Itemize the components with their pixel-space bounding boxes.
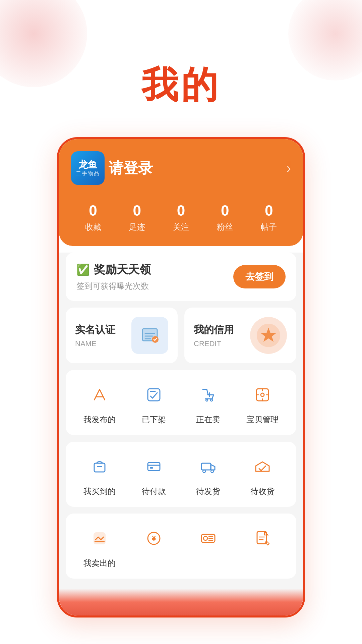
real-name-subtitle: NAME [75, 339, 115, 348]
coupons-icon [193, 524, 223, 553]
on-sale-icon [193, 380, 223, 410]
page-title-area: 我的 [0, 0, 362, 137]
sold-func-grid: 我卖出的 ¥ [72, 524, 290, 569]
pending-receive-icon [248, 452, 277, 481]
stat-footprint[interactable]: 0 足迹 [129, 202, 145, 232]
reward-calendar-icon: ✅ [76, 263, 90, 276]
item-manage-icon [248, 380, 277, 410]
my-credit-title: 我的信用 [194, 323, 234, 337]
sell-functions-card: 我发布的 已下架 [66, 370, 296, 435]
svg-point-21 [203, 470, 205, 473]
real-name-card[interactable]: 实名认证 NAME [66, 308, 178, 363]
my-published-icon [85, 380, 114, 410]
svg-point-11 [206, 399, 208, 401]
func-item-manage[interactable]: 宝贝管理 [235, 380, 290, 425]
sell-func-grid: 我发布的 已下架 [72, 380, 290, 425]
login-prompt[interactable]: 请登录 [109, 158, 153, 178]
reward-title-row: ✅ 奖励天天领 [76, 262, 151, 277]
my-credit-info: 我的信用 CREDIT [194, 323, 234, 348]
reward-card: ✅ 奖励天天领 签到可获得曝光次数 去签到 [66, 253, 296, 301]
real-name-title: 实名认证 [75, 323, 115, 337]
stat-posts-label: 帖子 [261, 222, 277, 232]
app-content: ✅ 奖励天天领 签到可获得曝光次数 去签到 实名认证 NAME [59, 253, 303, 589]
logo-name: 龙鱼 [78, 160, 97, 169]
checkin-button[interactable]: 去签到 [233, 265, 286, 288]
func-coupons[interactable] [181, 524, 235, 569]
stat-fans-label: 粉丝 [217, 222, 233, 232]
shelved-off-label: 已下架 [142, 414, 166, 425]
reward-title: 奖励天天领 [94, 262, 151, 277]
on-sale-label: 正在卖 [196, 414, 220, 425]
stat-fans-number: 0 [221, 202, 229, 219]
bottom-wave [59, 589, 303, 615]
my-bought-icon [85, 452, 114, 481]
stat-following[interactable]: 0 关注 [173, 202, 189, 232]
func-drafts[interactable] [235, 524, 290, 569]
real-name-icon [131, 317, 168, 354]
my-sold-icon [85, 524, 114, 553]
stat-posts[interactable]: 0 帖子 [261, 202, 277, 232]
my-credit-card[interactable]: 我的信用 CREDIT [184, 308, 296, 363]
pending-receive-label: 待收货 [250, 486, 275, 497]
stat-following-number: 0 [177, 202, 185, 219]
func-my-published[interactable]: 我发布的 [72, 380, 127, 425]
app-logo: 龙鱼 二手物品 [71, 151, 105, 185]
app-header: 龙鱼 二手物品 请登录 › 0 收藏 0 足迹 0 关注 0 粉丝 [59, 139, 303, 246]
drafts-icon [248, 524, 277, 553]
svg-rect-15 [94, 463, 105, 472]
income-icon: ¥ [139, 524, 169, 553]
header-top: 龙鱼 二手物品 请登录 › [71, 151, 291, 185]
svg-point-12 [210, 399, 213, 401]
stat-favorites[interactable]: 0 收藏 [85, 202, 101, 232]
reward-left: ✅ 奖励天天领 签到可获得曝光次数 [76, 262, 151, 291]
logo-area[interactable]: 龙鱼 二手物品 请登录 [71, 151, 153, 185]
func-my-sold[interactable]: 我卖出的 [72, 524, 127, 569]
pending-ship-label: 待发货 [196, 486, 220, 497]
buy-functions-card: 我买到的 待付款 [66, 442, 296, 507]
stat-posts-number: 0 [265, 202, 273, 219]
pending-payment-label: 待付款 [142, 486, 166, 497]
real-name-info: 实名认证 NAME [75, 323, 115, 348]
reward-desc: 签到可获得曝光次数 [76, 281, 151, 291]
svg-point-14 [261, 393, 264, 396]
my-published-label: 我发布的 [83, 414, 116, 425]
stat-favorites-number: 0 [89, 202, 97, 219]
func-shelved-off[interactable]: 已下架 [127, 380, 181, 425]
my-sold-label: 我卖出的 [83, 558, 116, 569]
stats-row: 0 收藏 0 足迹 0 关注 0 粉丝 0 帖子 [71, 196, 291, 246]
svg-point-29 [203, 536, 207, 540]
func-on-sale[interactable]: 正在卖 [181, 380, 235, 425]
func-income[interactable]: ¥ [127, 524, 181, 569]
buy-func-grid: 我买到的 待付款 [72, 452, 290, 497]
stat-favorites-label: 收藏 [85, 222, 101, 232]
svg-rect-20 [201, 463, 211, 470]
stat-following-label: 关注 [173, 222, 189, 232]
item-manage-label: 宝贝管理 [246, 414, 279, 425]
func-my-bought[interactable]: 我买到的 [72, 452, 127, 497]
svg-rect-19 [150, 467, 153, 469]
chevron-right-icon[interactable]: › [287, 161, 291, 176]
svg-point-22 [211, 470, 214, 473]
stat-footprint-label: 足迹 [129, 222, 145, 232]
svg-rect-33 [257, 532, 266, 544]
page-title: 我的 [0, 60, 362, 110]
pending-payment-icon [139, 452, 169, 481]
credit-row: 实名认证 NAME [66, 308, 296, 363]
pending-ship-icon [193, 452, 223, 481]
shelved-off-icon [139, 380, 169, 410]
func-pending-payment[interactable]: 待付款 [127, 452, 181, 497]
my-credit-icon [250, 317, 287, 354]
func-pending-receive[interactable]: 待收货 [235, 452, 290, 497]
svg-text:¥: ¥ [152, 534, 156, 542]
my-credit-subtitle: CREDIT [194, 339, 234, 348]
svg-rect-9 [148, 389, 160, 401]
my-bought-label: 我买到的 [83, 486, 116, 497]
logo-subtitle: 二手物品 [76, 171, 100, 176]
sold-functions-card: 我卖出的 ¥ [66, 514, 296, 579]
func-pending-ship[interactable]: 待发货 [181, 452, 235, 497]
stat-fans[interactable]: 0 粉丝 [217, 202, 233, 232]
svg-rect-17 [148, 463, 160, 471]
phone-mockup: 龙鱼 二手物品 请登录 › 0 收藏 0 足迹 0 关注 0 粉丝 [57, 137, 305, 618]
stat-footprint-number: 0 [133, 202, 141, 219]
